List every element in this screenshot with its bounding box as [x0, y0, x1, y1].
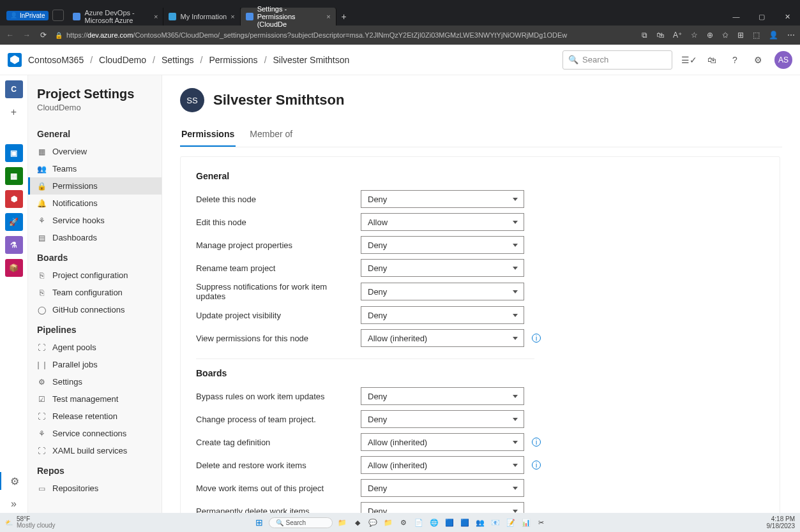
work-items-icon[interactable]: ☰✓: [683, 54, 695, 66]
sidebar-item[interactable]: ⎘Project configuration: [28, 267, 162, 284]
tab-overview-button[interactable]: [52, 10, 64, 21]
breadcrumb-item[interactable]: CloudDemo: [99, 55, 146, 65]
taskbar-app-icon[interactable]: 📁: [382, 517, 394, 528]
avatar[interactable]: AS: [774, 51, 792, 69]
permission-select[interactable]: Deny: [361, 410, 524, 428]
settings-icon[interactable]: ⚙: [751, 54, 764, 66]
rail-add-button[interactable]: +: [5, 103, 23, 121]
sidebar-item[interactable]: 🔔Notifications: [28, 195, 162, 212]
sidebar-item[interactable]: 👥Teams: [28, 160, 162, 177]
tab-member-of[interactable]: Member of: [248, 122, 294, 147]
taskbar-app-icon[interactable]: 📝: [505, 517, 517, 528]
taskbar-app-icon[interactable]: 👥: [474, 517, 486, 528]
sidebar-item[interactable]: ▦Overview: [28, 143, 162, 160]
breadcrumb-item[interactable]: Silvester Smithtson: [273, 55, 350, 65]
taskbar-app-icon[interactable]: 🟦: [459, 517, 471, 528]
new-tab-button[interactable]: +: [336, 11, 352, 22]
menu-icon[interactable]: ⋯: [787, 31, 795, 40]
sidebar-item[interactable]: ⛶Agent pools: [28, 339, 162, 356]
taskbar-app-icon[interactable]: 📁: [336, 517, 348, 528]
taskbar-app-icon[interactable]: ⚙: [398, 517, 409, 528]
sync-icon[interactable]: ⧉: [642, 31, 647, 40]
search-input[interactable]: 🔍 Search: [562, 50, 672, 70]
rail-testplans-icon[interactable]: ⚗: [5, 236, 23, 254]
rail-project-icon[interactable]: C: [5, 80, 23, 98]
collections-icon[interactable]: ⊞: [737, 31, 744, 40]
rail-expand-button[interactable]: »: [5, 495, 23, 513]
taskbar-app-icon[interactable]: 📊: [520, 517, 532, 528]
sidebar-item[interactable]: ◯GitHub connections: [28, 301, 162, 318]
minimize-button[interactable]: ―: [723, 8, 749, 26]
weather-icon[interactable]: ⛅: [5, 519, 13, 526]
sidebar-item[interactable]: ⛶Release retention: [28, 408, 162, 425]
info-icon[interactable]: i: [532, 461, 541, 469]
refresh-button[interactable]: ⟳: [38, 31, 49, 40]
rail-settings-icon[interactable]: ⚙: [0, 472, 27, 490]
back-button[interactable]: ←: [5, 31, 15, 40]
taskbar-clock[interactable]: 4:18 PM 9/18/2023: [767, 515, 796, 529]
taskbar-app-icon[interactable]: 💬: [367, 517, 379, 528]
rail-overview-icon[interactable]: ▣: [5, 144, 23, 162]
permission-select[interactable]: Deny: [361, 479, 524, 497]
sidebar-item[interactable]: 🔒Permissions: [28, 177, 162, 195]
extensions-icon[interactable]: ⬚: [753, 31, 760, 40]
start-button[interactable]: ⊞: [253, 517, 265, 528]
addbar-icon[interactable]: ⊕: [707, 31, 713, 40]
favorites-icon[interactable]: ✩: [722, 31, 728, 40]
sidebar-item[interactable]: ▭Repositories: [28, 480, 162, 497]
permission-select[interactable]: Deny: [361, 387, 524, 405]
profile-icon[interactable]: 👤: [769, 31, 778, 40]
favorite-icon[interactable]: ☆: [691, 31, 698, 40]
shopping-icon[interactable]: 🛍: [656, 31, 664, 40]
rail-boards-icon[interactable]: ▦: [5, 167, 23, 185]
permission-select[interactable]: Deny: [361, 259, 524, 277]
browser-tab[interactable]: Settings - Permissions (CloudDe×: [241, 8, 336, 26]
rail-artifacts-icon[interactable]: 📦: [5, 259, 23, 277]
marketplace-icon[interactable]: 🛍: [706, 54, 718, 66]
permission-select[interactable]: Deny: [361, 190, 524, 208]
browser-tab[interactable]: Azure DevOps - Microsoft Azure×: [68, 8, 163, 26]
address-bar[interactable]: 🔒 https://dev.azure.com/ContosoM365/Clou…: [55, 31, 635, 39]
taskbar-app-icon[interactable]: ◆: [352, 517, 363, 528]
read-aloud-icon[interactable]: A⁺: [673, 31, 682, 40]
azure-devops-logo-icon[interactable]: [8, 53, 22, 67]
sidebar-item[interactable]: ⚙Settings: [28, 373, 162, 390]
permission-select[interactable]: Allow (inherited): [361, 456, 524, 474]
sidebar-item[interactable]: ⛶XAML build services: [28, 442, 162, 459]
permission-select[interactable]: Allow (inherited): [361, 329, 524, 347]
sidebar-item[interactable]: ⚘Service connections: [28, 425, 162, 442]
permission-select[interactable]: Deny: [361, 502, 524, 513]
close-icon[interactable]: ×: [326, 13, 330, 20]
weather-widget[interactable]: 58°F Mostly cloudy: [17, 516, 56, 529]
rail-repos-icon[interactable]: ⬢: [5, 190, 23, 208]
tab-permissions[interactable]: Permissions: [180, 122, 236, 147]
info-icon[interactable]: i: [532, 334, 541, 343]
permission-select[interactable]: Allow: [361, 213, 524, 231]
rail-pipelines-icon[interactable]: 🚀: [5, 213, 23, 231]
taskbar-app-icon[interactable]: 🌐: [428, 517, 440, 528]
help-icon[interactable]: ?: [728, 54, 741, 66]
sidebar-item[interactable]: ▤Dashboards: [28, 229, 162, 246]
close-icon[interactable]: ×: [230, 13, 234, 20]
taskbar-search[interactable]: 🔍 Search: [269, 517, 333, 528]
sidebar-item[interactable]: ⚘Service hooks: [28, 212, 162, 229]
breadcrumb-item[interactable]: ContosoM365: [28, 55, 84, 65]
permission-select[interactable]: Deny: [361, 306, 524, 324]
permission-select[interactable]: Deny: [361, 236, 524, 254]
sidebar-item[interactable]: ⎘Team configuration: [28, 284, 162, 301]
taskbar-app-icon[interactable]: ✂: [536, 517, 547, 528]
sidebar-item[interactable]: ☑Test management: [28, 390, 162, 408]
taskbar-app-icon[interactable]: 🟦: [444, 517, 455, 528]
breadcrumb-item[interactable]: Permissions: [209, 55, 257, 65]
permission-select[interactable]: Deny: [361, 283, 524, 300]
taskbar-app-icon[interactable]: 📄: [413, 517, 425, 528]
permission-select[interactable]: Allow (inherited): [361, 433, 524, 451]
sidebar-item[interactable]: ❘❘Parallel jobs: [28, 356, 162, 373]
info-icon[interactable]: i: [532, 438, 541, 447]
browser-tab[interactable]: My Information×: [163, 8, 240, 26]
close-icon[interactable]: ×: [154, 13, 158, 20]
close-window-button[interactable]: ✕: [774, 8, 800, 26]
taskbar-app-icon[interactable]: 📧: [490, 517, 501, 528]
maximize-button[interactable]: ▢: [749, 8, 774, 26]
breadcrumb-item[interactable]: Settings: [162, 55, 194, 65]
